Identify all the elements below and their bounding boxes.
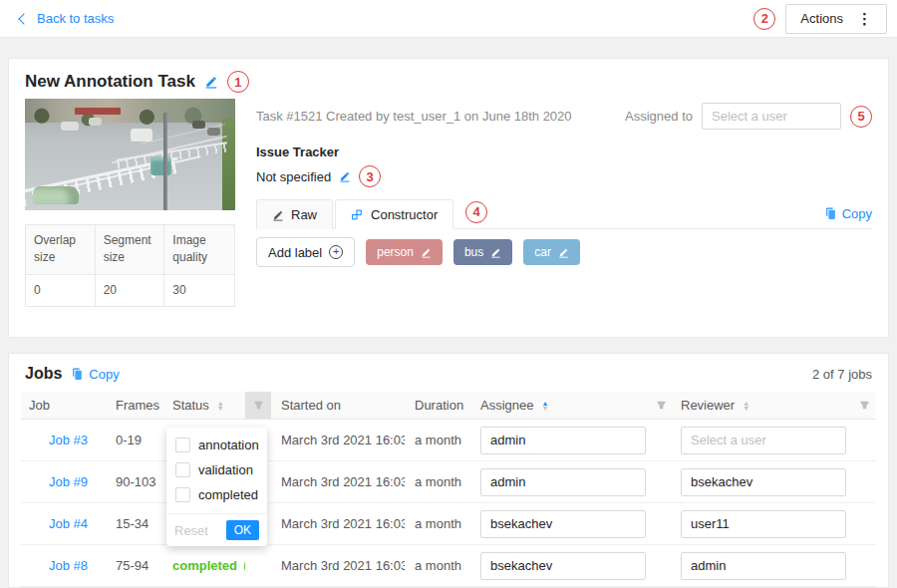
- reset-filter-button[interactable]: Reset: [174, 523, 208, 538]
- reviewer-filter-button[interactable]: [850, 392, 878, 419]
- annotation-marker-5: 5: [850, 106, 872, 128]
- actions-label: Actions: [800, 11, 843, 26]
- back-to-tasks-link[interactable]: Back to tasks: [20, 11, 114, 26]
- column-header-frames: Frames: [116, 392, 172, 419]
- assignee-input[interactable]: [480, 552, 646, 580]
- preview-car: [33, 186, 79, 204]
- preview-van: [150, 156, 171, 175]
- job-link[interactable]: Job #8: [49, 558, 88, 573]
- status-filter-button[interactable]: [245, 392, 271, 419]
- job-started: March 3rd 2021 16:03: [271, 433, 405, 447]
- question-circle-icon[interactable]: [244, 559, 245, 573]
- edit-issue-tracker-icon[interactable]: [339, 170, 351, 182]
- status-filter-dropdown: annotation validation completed Reset OK: [166, 428, 267, 546]
- jobs-card: Jobs Copy 2 of 7 jobs Job Frames Status …: [8, 353, 889, 588]
- label-chip-bus[interactable]: bus: [453, 239, 512, 265]
- task-details-card: New Annotation Task 1: [8, 58, 889, 338]
- job-link[interactable]: Job #9: [49, 474, 88, 489]
- column-header-reviewer[interactable]: Reviewer: [675, 392, 850, 419]
- job-frames: 75-94: [116, 558, 172, 573]
- assignee-input[interactable]: [480, 468, 646, 496]
- assignee-input[interactable]: [480, 510, 646, 538]
- job-link[interactable]: Job #4: [49, 516, 88, 531]
- preview-awning: [75, 108, 121, 115]
- reviewer-input[interactable]: [681, 468, 846, 496]
- copy-jobs-button[interactable]: Copy: [71, 367, 119, 382]
- jobs-heading: Jobs: [25, 365, 62, 383]
- param-value-quality: 30: [164, 275, 234, 306]
- assignee-input[interactable]: [480, 427, 646, 454]
- assignee-filter-button[interactable]: [647, 392, 675, 419]
- label-chip-car[interactable]: car: [523, 239, 580, 265]
- job-duration: a month: [405, 516, 474, 531]
- job-frames: 90-103: [116, 474, 172, 489]
- checkbox[interactable]: [175, 487, 190, 502]
- task-assignee-input[interactable]: [702, 103, 841, 130]
- copy-icon: [71, 368, 84, 381]
- job-started: March 3rd 2021 16:03: [271, 516, 405, 531]
- param-value-overlap: 0: [26, 275, 96, 306]
- table-row: Job #3 0-19 March 3rd 2021 16:03 a month: [21, 420, 876, 461]
- copy-labels-button[interactable]: Copy: [824, 206, 872, 221]
- add-label-button[interactable]: Add label: [256, 237, 355, 267]
- edit-title-icon[interactable]: [204, 75, 218, 89]
- table-row: Job #8 75-94 completed March 3rd 2021 16…: [21, 545, 876, 587]
- filter-option-completed[interactable]: completed: [166, 482, 267, 507]
- topbar: Back to tasks 2 Actions: [0, 0, 897, 38]
- jobs-table: Job Frames Status Started on Duration As…: [21, 392, 876, 587]
- sort-icon: [217, 401, 224, 411]
- annotation-marker-3: 3: [359, 165, 381, 187]
- preview-hedge: [222, 119, 235, 210]
- param-value-segment: 20: [96, 275, 165, 306]
- table-row: Job #9 90-103 March 3rd 2021 16:03 a mon…: [21, 461, 876, 503]
- job-frames: 0-19: [116, 433, 172, 447]
- filter-icon: [656, 400, 667, 411]
- annotation-marker-1: 1: [227, 71, 249, 93]
- task-meta-text: Task #1521 Created by test_user_1 on Jun…: [256, 109, 572, 124]
- labels-tabs-bar: Raw Constructor 4 Copy: [256, 199, 872, 229]
- edit-label-icon[interactable]: [558, 247, 569, 258]
- column-header-started: Started on: [271, 392, 405, 419]
- column-header-duration: Duration: [405, 392, 474, 419]
- job-started: March 3rd 2021 16:03: [271, 558, 405, 573]
- labels-constructor: Add label person bus car: [256, 237, 872, 267]
- table-row: Job #4 15-34 March 3rd 2021 16:03 a mont…: [21, 503, 876, 545]
- copy-icon: [824, 207, 837, 220]
- task-parameters-table: Overlap size Segment size Image quality …: [25, 224, 235, 307]
- chevron-left-icon: [18, 13, 29, 24]
- ok-filter-button[interactable]: OK: [226, 520, 259, 540]
- build-blocks-icon: [351, 208, 364, 221]
- job-link[interactable]: Job #3: [49, 433, 88, 447]
- reviewer-input[interactable]: [681, 552, 846, 580]
- column-header-status[interactable]: Status: [172, 392, 245, 419]
- preview-pole: [163, 113, 167, 210]
- column-header-assignee[interactable]: Assignee: [474, 392, 647, 419]
- reviewer-input[interactable]: [681, 427, 846, 454]
- job-duration: a month: [405, 474, 474, 489]
- job-started: March 3rd 2021 16:03: [271, 474, 405, 489]
- assigned-to-label: Assigned to: [625, 109, 693, 124]
- annotation-marker-4: 4: [465, 201, 487, 223]
- tab-raw[interactable]: Raw: [256, 199, 333, 229]
- checkbox[interactable]: [175, 462, 190, 477]
- filter-option-validation[interactable]: validation: [166, 457, 267, 482]
- back-label: Back to tasks: [37, 11, 114, 26]
- page-title: New Annotation Task: [25, 72, 195, 92]
- job-frames: 15-34: [116, 516, 172, 531]
- actions-button[interactable]: Actions: [785, 4, 887, 34]
- reviewer-input[interactable]: [681, 510, 846, 538]
- issue-tracker-value: Not specified: [256, 169, 331, 184]
- filter-icon: [859, 400, 870, 411]
- job-duration: a month: [405, 433, 474, 447]
- sort-icon-active: [541, 401, 548, 411]
- pencil-icon: [272, 209, 284, 221]
- tab-constructor[interactable]: Constructor: [335, 199, 453, 229]
- checkbox[interactable]: [175, 438, 190, 452]
- filter-icon: [253, 400, 264, 411]
- filter-option-annotation[interactable]: annotation: [166, 433, 267, 457]
- jobs-count-label: 2 of 7 jobs: [812, 367, 872, 382]
- edit-label-icon[interactable]: [421, 247, 432, 258]
- edit-label-icon[interactable]: [490, 247, 501, 258]
- label-chip-person[interactable]: person: [366, 239, 443, 265]
- column-header-job: Job: [21, 392, 116, 419]
